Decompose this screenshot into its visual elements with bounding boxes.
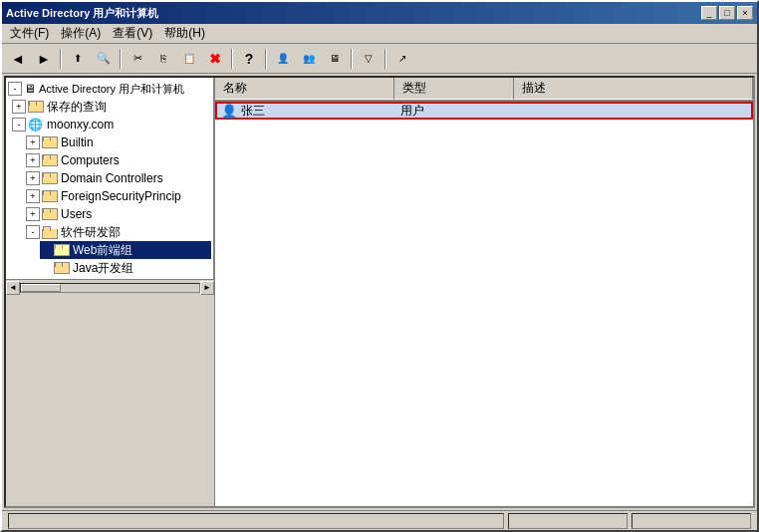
tree-root[interactable]: - 🖥 Active Directory 用户和计算机 [8,80,211,98]
tree-item-java[interactable]: Java开发组 [40,259,211,277]
col-desc[interactable]: 描述 [514,78,753,100]
tree-hscroll: ◄ ► [6,279,214,295]
tree-panel: - 🖥 Active Directory 用户和计算机 + 保存的查询 - 🌐 … [6,78,215,279]
menu-help[interactable]: 帮助(H) [158,23,211,44]
tree-item-saved-queries[interactable]: + 保存的查询 [12,98,211,116]
status-bar [2,510,757,530]
list-row[interactable]: 👤 张三 用户 [215,102,753,120]
toolbar-separator-5 [351,49,353,69]
export-button[interactable]: ↗ [390,48,414,70]
builtin-folder-icon [42,136,58,148]
builtin-label: Builtin [61,135,94,149]
tree-item-users[interactable]: + Users [26,205,211,223]
software-folder-icon [42,226,58,239]
window-title: Active Directory 用户和计算机 [6,6,158,21]
status-panel-1 [8,513,504,529]
minimize-button[interactable]: _ [701,6,717,20]
col-name[interactable]: 名称 [215,78,394,100]
up-button[interactable]: ⬆ [66,48,90,70]
toolbar-separator-6 [384,49,386,69]
java-label: Java开发组 [73,260,133,277]
dc-folder-icon [42,172,58,184]
main-window: Active Directory 用户和计算机 _ □ × 文件(F) 操作(A… [0,0,759,532]
toolbar-separator-1 [60,49,62,69]
tree-scroll-right[interactable]: ► [200,281,214,295]
new-user-button[interactable]: 👤 [271,48,295,70]
help-button[interactable]: ? [237,48,261,70]
toolbar: ◄ ► ⬆ 🔍 ✂ ⎘ 📋 ✖ ? 👤 👥 🖥 ▽ ↗ [2,44,757,74]
software-expand-icon[interactable]: - [26,225,40,239]
computers-expand-icon[interactable]: + [26,153,40,167]
title-bar-buttons: _ □ × [701,6,753,20]
copy-button[interactable]: ⎘ [151,48,175,70]
list-panel: 名称 类型 描述 👤 张三 用户 [215,78,753,506]
cut-button[interactable]: ✂ [126,48,149,70]
tree-item-moonxy[interactable]: - 🌐 moonxy.com [12,116,211,133]
toolbar-separator-2 [120,49,122,69]
tree-item-web[interactable]: Web前端组 [40,241,211,259]
computers-label: Computers [61,153,120,167]
filter-button[interactable]: ▽ [357,48,380,70]
menu-bar: 文件(F) 操作(A) 查看(V) 帮助(H) [2,24,757,44]
dc-label: Domain Controllers [61,171,163,185]
list-header: 名称 类型 描述 [215,78,753,102]
users-label: Users [61,207,92,221]
users-folder-icon [42,208,58,220]
toolbar-separator-3 [231,49,233,69]
col-type[interactable]: 类型 [394,78,514,100]
tree-scroll-track[interactable] [20,283,200,293]
search-button[interactable]: 🔍 [92,48,116,70]
root-icon: 🖥 [24,82,36,96]
status-panel-2 [508,513,628,529]
menu-file[interactable]: 文件(F) [4,23,55,44]
users-expand-icon[interactable]: + [26,207,40,221]
root-label: Active Directory 用户和计算机 [39,82,184,97]
tree-item-builtin[interactable]: + Builtin [26,133,211,151]
java-folder-icon [54,262,70,274]
tree-item-foreign[interactable]: + ForeignSecurityPrincip [26,187,211,205]
web-folder-icon [54,244,70,256]
new-computer-button[interactable]: 🖥 [323,48,347,70]
content-area: - 🖥 Active Directory 用户和计算机 + 保存的查询 - 🌐 … [4,76,755,508]
cell-type: 用户 [396,103,516,120]
dc-expand-icon[interactable]: + [26,171,40,185]
toolbar-separator-4 [265,49,267,69]
builtin-expand-icon[interactable]: + [26,135,40,149]
tree-scroll-thumb[interactable] [21,284,61,292]
close-button[interactable]: × [737,6,753,20]
saved-queries-label: 保存的查询 [47,99,107,116]
paste-button[interactable]: 📋 [177,48,201,70]
domain-icon: 🌐 [28,118,44,132]
software-label: 软件研发部 [61,224,121,241]
tree-item-computers[interactable]: + Computers [26,151,211,169]
foreign-folder-icon [42,190,58,202]
tree-scroll-left[interactable]: ◄ [6,281,20,295]
tree-item-software[interactable]: - 软件研发部 [26,223,211,241]
delete-button[interactable]: ✖ [203,48,227,70]
tree-wrapper: - 🖥 Active Directory 用户和计算机 + 保存的查询 - 🌐 … [6,78,215,506]
cell-name: 👤 张三 [217,103,396,120]
web-label: Web前端组 [73,242,132,259]
saved-queries-folder-icon [28,101,44,113]
menu-view[interactable]: 查看(V) [107,23,158,44]
title-bar: Active Directory 用户和计算机 _ □ × [2,2,757,24]
tree-item-dc[interactable]: + Domain Controllers [26,169,211,187]
user-icon: 👤 [221,104,237,119]
forward-button[interactable]: ► [32,48,56,70]
moonxy-label: moonxy.com [47,118,114,132]
root-expand-icon[interactable]: - [8,82,22,96]
foreign-label: ForeignSecurityPrincip [61,189,181,203]
user-name: 张三 [241,103,265,120]
computers-folder-icon [42,154,58,166]
saved-queries-expand-icon[interactable]: + [12,100,26,114]
maximize-button[interactable]: □ [719,6,735,20]
status-panel-3 [632,513,751,529]
menu-action[interactable]: 操作(A) [55,23,107,44]
moonxy-expand-icon[interactable]: - [12,118,26,132]
back-button[interactable]: ◄ [6,48,30,70]
new-group-button[interactable]: 👥 [297,48,321,70]
foreign-expand-icon[interactable]: + [26,189,40,203]
